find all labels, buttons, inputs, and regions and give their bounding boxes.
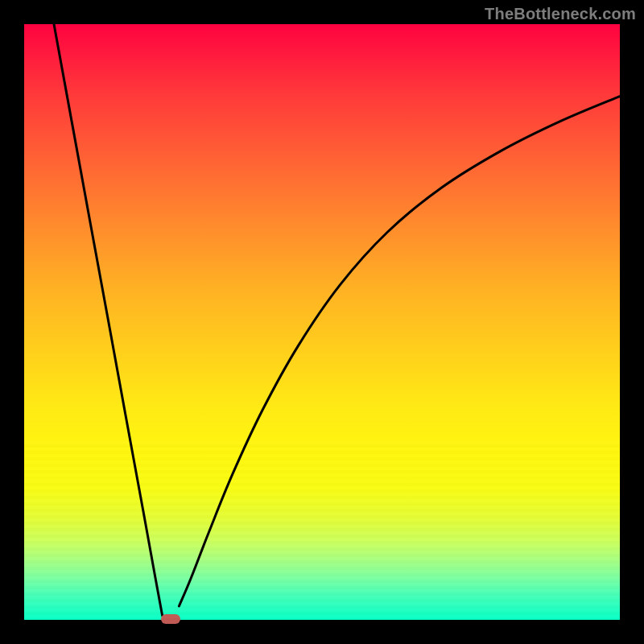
minimum-marker <box>161 614 180 624</box>
curve-right-branch <box>179 97 620 606</box>
chart-stage: TheBottleneck.com <box>0 0 644 644</box>
curve-svg <box>24 24 620 620</box>
curve-left-branch <box>54 24 163 616</box>
watermark-text: TheBottleneck.com <box>485 5 636 23</box>
plot-area <box>24 24 620 620</box>
